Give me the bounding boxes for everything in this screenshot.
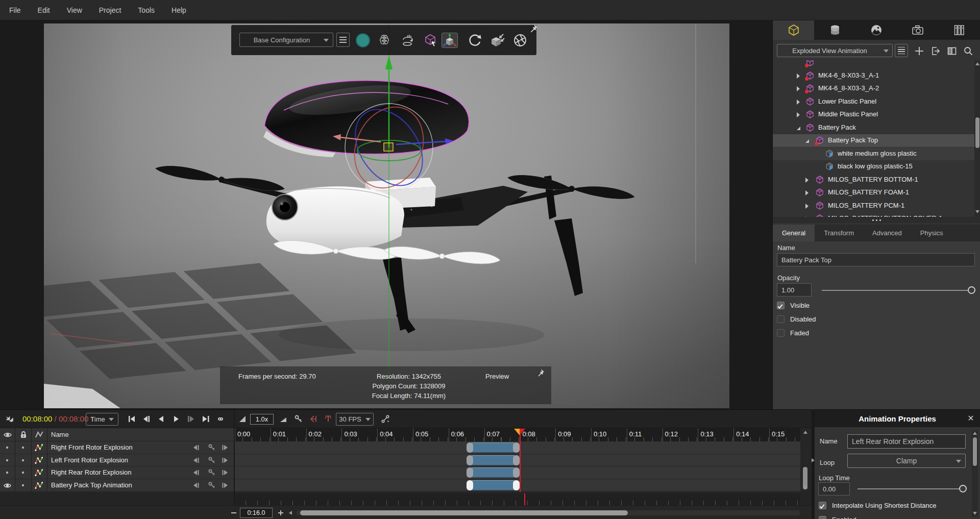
menu-icon[interactable]: [895, 44, 908, 57]
checkbox-enabled[interactable]: [819, 516, 826, 519]
track-visibility-toggle[interactable]: [3, 481, 11, 489]
key-icon[interactable]: [294, 414, 303, 424]
menu-item-file[interactable]: File: [6, 6, 32, 14]
checkbox-visible[interactable]: [777, 302, 785, 309]
loop-time-slider-handle[interactable]: [959, 485, 967, 492]
add-key-button[interactable]: [208, 456, 216, 464]
next-key-button[interactable]: [220, 468, 229, 477]
tab-camera[interactable]: [897, 20, 938, 40]
render-sphere-icon[interactable]: [355, 33, 371, 48]
scroll-left-arrow[interactable]: [289, 511, 292, 515]
next-key-button[interactable]: [220, 456, 229, 464]
tree-item[interactable]: MILOS_BATTERY BOTTOM-1: [773, 174, 974, 186]
next-key-button[interactable]: [220, 443, 229, 452]
track-row[interactable]: Left Front Rotor Explosion: [0, 454, 234, 467]
skip-to-end-button[interactable]: [201, 414, 210, 424]
play-reverse-button[interactable]: [157, 414, 166, 424]
clip-end-handle[interactable]: [513, 455, 520, 465]
clip-start-handle[interactable]: [467, 467, 473, 478]
trim-icon[interactable]: [324, 414, 333, 424]
previous-key-button[interactable]: [192, 456, 201, 464]
step-forward-button[interactable]: [186, 414, 195, 424]
track-row[interactable]: Battery Pack Top Animation: [0, 479, 234, 492]
add-key-button[interactable]: [208, 443, 216, 452]
track-lock-toggle[interactable]: [19, 456, 27, 464]
select-parts-icon[interactable]: [423, 33, 439, 48]
configuration-select[interactable]: Base Configuration: [239, 33, 333, 47]
tree-item[interactable]: black low gloss plastic-15: [773, 160, 974, 173]
step-back-button[interactable]: [142, 414, 151, 424]
next-key-button[interactable]: [220, 481, 229, 489]
split-view-icon[interactable]: [946, 45, 958, 57]
menu-item-tools[interactable]: Tools: [135, 6, 165, 14]
add-button[interactable]: [914, 45, 925, 57]
set-loop-start-icon[interactable]: [309, 414, 318, 424]
clip-end-handle[interactable]: [513, 467, 520, 478]
tab-materials[interactable]: [814, 20, 855, 40]
tree-item[interactable]: MK4-6_8-X03-3_A-1: [773, 69, 974, 82]
chevron-right-icon[interactable]: [805, 178, 808, 183]
loop-button[interactable]: [216, 414, 225, 424]
tab-model-cube[interactable]: [773, 20, 814, 40]
fps-select[interactable]: 30 FPS: [336, 413, 374, 426]
track-lock-toggle[interactable]: [19, 468, 27, 477]
skip-to-start-button[interactable]: [127, 414, 136, 424]
tree-item[interactable]: MILOS_BATTERY FOAM-1: [773, 186, 974, 199]
tree-item[interactable]: MILOS_BATTERY PCM-1: [773, 200, 974, 212]
timeline-clips-area[interactable]: [234, 441, 800, 492]
tree-item[interactable]: MILOS_BATTERY BUTTON COVER-1: [773, 212, 974, 217]
chevron-right-icon[interactable]: [805, 190, 808, 195]
zoom-in-button[interactable]: [277, 509, 285, 517]
zoom-out-button[interactable]: [230, 509, 238, 517]
track-lock-toggle[interactable]: [19, 443, 27, 452]
pin-icon[interactable]: [536, 368, 545, 378]
menu-icon[interactable]: [336, 33, 350, 47]
explode-box-icon[interactable]: [489, 33, 506, 48]
menu-item-view[interactable]: View: [64, 6, 93, 14]
add-key-button[interactable]: [208, 468, 216, 477]
collapse-panel-icon[interactable]: [4, 414, 14, 427]
loop-time-field[interactable]: [818, 482, 850, 496]
play-button[interactable]: [172, 414, 181, 424]
tab-library[interactable]: [938, 20, 979, 40]
track-visibility-toggle[interactable]: [3, 468, 11, 477]
viewport-3d[interactable]: Base Configuration: [44, 23, 729, 408]
transform-gizmo-icon[interactable]: [442, 33, 458, 48]
opacity-slider-handle[interactable]: [968, 286, 975, 294]
playhead[interactable]: [520, 429, 521, 492]
tree-item[interactable]: white medium gloss plastic: [773, 147, 974, 160]
timeline-horizontal-scrollbar-thumb[interactable]: [300, 510, 628, 515]
loop-time-slider-track[interactable]: [857, 488, 966, 489]
track-lock-toggle[interactable]: [19, 481, 27, 489]
checkbox-disabled[interactable]: [777, 315, 785, 323]
tree-item[interactable]: Battery Pack Top: [773, 134, 974, 147]
timeline-range-field[interactable]: [240, 508, 273, 518]
playhead-marker[interactable]: [514, 428, 525, 435]
tree-item[interactable]: [773, 60, 974, 69]
chevron-right-icon[interactable]: [797, 86, 800, 91]
chevron-right-icon[interactable]: [797, 100, 800, 105]
timeline-vertical-scrollbar[interactable]: [800, 428, 811, 492]
tab-advanced[interactable]: Advanced: [863, 225, 911, 241]
animation-clip[interactable]: [472, 467, 515, 478]
track-visibility-toggle[interactable]: [3, 443, 11, 452]
play-ramp-icon[interactable]: [238, 414, 247, 424]
tree-item[interactable]: Lower Plastic Panel: [773, 95, 974, 108]
clip-end-handle[interactable]: [513, 480, 520, 490]
clip-start-handle[interactable]: [467, 455, 473, 465]
anim-name-field[interactable]: [847, 434, 966, 449]
menu-item-edit[interactable]: Edit: [35, 6, 61, 14]
anim-props-scrollbar[interactable]: [972, 430, 978, 517]
panel-splitter[interactable]: [773, 217, 980, 223]
add-key-button[interactable]: [208, 481, 216, 489]
clip-end-handle[interactable]: [513, 442, 520, 453]
chevron-right-icon[interactable]: [797, 73, 800, 79]
checkbox-interpolate-using-shortest-distance[interactable]: [819, 502, 826, 509]
checkbox-faded[interactable]: [777, 329, 785, 337]
opacity-field[interactable]: [777, 283, 812, 296]
tab-physics[interactable]: Physics: [911, 225, 952, 241]
menu-item-help[interactable]: Help: [168, 6, 197, 14]
chevron-expanded-icon[interactable]: [805, 139, 809, 143]
tree-item[interactable]: Middle Plastic Panel: [773, 108, 974, 121]
previous-key-button[interactable]: [192, 443, 201, 452]
